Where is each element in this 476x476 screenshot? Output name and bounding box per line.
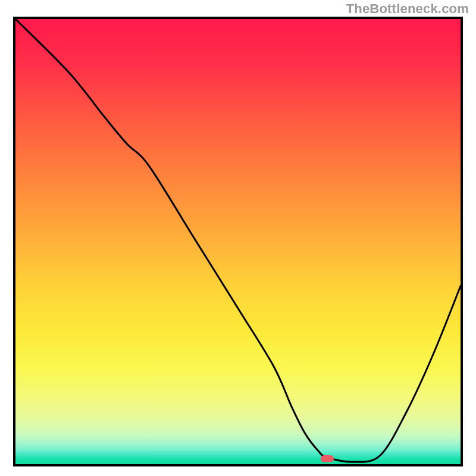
chart-plot-area [15, 19, 461, 464]
chart-frame [13, 17, 463, 466]
watermark-text: TheBottleneck.com [346, 1, 469, 17]
chart-curve [15, 19, 461, 464]
chart-marker [321, 455, 334, 462]
